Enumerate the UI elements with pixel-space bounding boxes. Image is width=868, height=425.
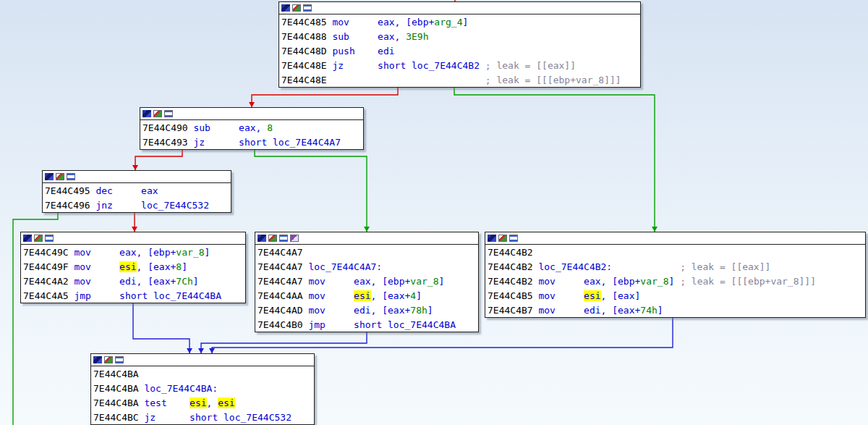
asm-token: 7E44C4BC — [93, 412, 144, 423]
asm-line[interactable]: 7E44C4BA test esi, esi — [91, 396, 314, 411]
asm-line[interactable]: 7E44C48E ; leak = [[[ebp+var_8]]] — [279, 73, 640, 88]
asm-token: 8 — [176, 261, 182, 272]
asm-token: jz — [193, 137, 239, 148]
asm-line[interactable]: 7E44C4BA — [91, 367, 314, 382]
asm-token: 7E44C4B2 — [488, 276, 538, 287]
asm-token: 7E44C4AA — [258, 290, 308, 301]
node-color-palette-icon[interactable] — [23, 235, 32, 242]
node-frame-color-icon[interactable] — [34, 235, 43, 242]
node-frame-color-icon[interactable] — [104, 356, 113, 363]
basic-block-7E44C490[interactable]: 7E44C490 sub eax, 87E44C493 jz short loc… — [140, 107, 364, 150]
node-color-palette-icon[interactable] — [488, 235, 496, 242]
basic-block-7E44C485[interactable]: 7E44C485 mov eax, [ebp+arg_4]7E44C488 su… — [278, 1, 641, 88]
node-color-palette-icon[interactable] — [93, 356, 102, 363]
asm-token: 7Ch — [176, 276, 192, 287]
node-color-palette-icon[interactable] — [258, 235, 266, 242]
node-group-icon[interactable] — [509, 235, 518, 242]
asm-token: mov — [74, 261, 119, 272]
highlighted-register-token: esi — [190, 397, 206, 408]
asm-token: 3E9h — [406, 31, 428, 42]
asm-line[interactable]: 7E44C490 sub eax, 8 — [140, 121, 363, 135]
node-frame-color-icon[interactable] — [268, 235, 277, 242]
node-group-icon[interactable] — [115, 356, 124, 363]
asm-token: 7E44C4B0 — [258, 319, 308, 330]
asm-token: 7E44C4B7 — [488, 305, 538, 316]
asm-token: , [eax+ — [137, 261, 176, 272]
basic-block-7E44C4A7[interactable]: 7E44C4A77E44C4A7 loc_7E44C4A7:7E44C4A7 m… — [255, 232, 479, 332]
node-frame-color-icon[interactable] — [56, 173, 64, 180]
node-frame-color-icon[interactable] — [292, 4, 301, 12]
asm-token — [327, 75, 485, 85]
asm-token: eax — [141, 185, 158, 196]
asm-token: 7E44C485 — [281, 17, 332, 28]
asm-token: 7E44C4A5 — [23, 290, 74, 301]
edge-false-7E44C485-to-7E44C490-arrowhead — [249, 102, 255, 107]
node-highlight-icon[interactable] — [290, 235, 299, 242]
asm-line[interactable]: 7E44C4B0 jmp short loc_7E44C4BA — [255, 318, 478, 332]
highlighted-register-token: esi — [119, 261, 136, 272]
basic-block-7E44C495[interactable]: 7E44C495 dec eax7E44C496 jnz loc_7E44C53… — [42, 170, 231, 213]
asm-line[interactable]: 7E44C4A5 jmp short loc_7E44C4BA — [21, 289, 245, 303]
asm-line[interactable]: 7E44C4A7 — [255, 245, 478, 260]
asm-token: ; leak = [[eax]] — [680, 261, 770, 272]
asm-token: ] — [416, 290, 422, 301]
node-group-icon[interactable] — [164, 110, 173, 117]
node-titlebar — [140, 108, 363, 120]
asm-token: jz — [144, 412, 190, 423]
graph-canvas[interactable]: 7E44C485 mov eax, [ebp+arg_4]7E44C488 su… — [0, 0, 868, 425]
asm-line[interactable]: 7E44C4AD mov edi, [eax+78h] — [255, 303, 478, 318]
highlighted-register-token: esi — [584, 290, 600, 301]
node-color-palette-icon[interactable] — [281, 4, 290, 12]
asm-line[interactable]: 7E44C4BC jz short loc_7E44C532 — [91, 411, 314, 425]
asm-token: edi — [378, 46, 394, 56]
node-group-icon[interactable] — [279, 235, 288, 242]
asm-token: ] — [463, 17, 469, 28]
node-color-palette-icon[interactable] — [142, 110, 151, 117]
asm-line[interactable]: 7E44C4A7 mov eax, [ebp+var_8] — [255, 274, 478, 289]
node-group-icon[interactable] — [303, 4, 312, 12]
asm-token: 7E44C4A7 — [258, 261, 308, 272]
edge-jmp-7E44C4A7-to-7E44C4BA-arrowhead — [198, 348, 204, 353]
asm-token: eax, [ebp+ — [354, 276, 410, 287]
asm-token: 7E44C4A7 — [258, 276, 308, 287]
asm-line[interactable]: 7E44C49F mov esi, [eax+8] — [21, 260, 245, 274]
asm-token: 7E44C48D — [281, 46, 332, 56]
node-frame-color-icon[interactable] — [498, 235, 507, 242]
asm-token: 8 — [267, 122, 273, 133]
asm-line[interactable]: 7E44C4B2 loc_7E44C4B2: ; leak = [[eax]] — [485, 260, 865, 274]
asm-line[interactable]: 7E44C496 jnz loc_7E44C532 — [43, 198, 231, 213]
node-group-icon[interactable] — [67, 173, 75, 180]
asm-line[interactable]: 7E44C4AA mov esi, [eax+4] — [255, 289, 478, 303]
asm-line[interactable]: 7E44C485 mov eax, [ebp+arg_4] — [279, 15, 640, 30]
asm-line[interactable]: 7E44C48D push edi — [279, 44, 640, 59]
asm-token: ] — [669, 276, 681, 287]
node-titlebar — [21, 232, 245, 245]
edge-false-7E44C485-to-7E44C490 — [252, 88, 398, 107]
asm-token: ] — [439, 276, 445, 287]
asm-token: edi, [eax+ — [119, 276, 176, 287]
basic-block-7E44C49C[interactable]: 7E44C49C mov eax, [ebp+var_8]7E44C49F mo… — [20, 232, 246, 303]
asm-line[interactable]: 7E44C4A2 mov edi, [eax+7Ch] — [21, 274, 245, 289]
basic-block-7E44C4B2[interactable]: 7E44C4B27E44C4B2 loc_7E44C4B2: ; leak = … — [485, 232, 866, 318]
asm-line[interactable]: 7E44C4B5 mov esi, [eax] — [485, 289, 865, 303]
node-frame-color-icon[interactable] — [153, 110, 162, 117]
asm-line[interactable]: 7E44C488 sub eax, 3E9h — [279, 30, 640, 44]
asm-line[interactable]: 7E44C49C mov eax, [ebp+var_8] — [21, 245, 245, 260]
asm-line[interactable]: 7E44C493 jz short loc_7E44C4A7 — [140, 135, 363, 150]
asm-token: , [eax+ — [371, 290, 411, 301]
node-body: 7E44C4B27E44C4B2 loc_7E44C4B2: ; leak = … — [485, 245, 865, 318]
edge-jmp-7E44C4A7-to-7E44C4BA — [201, 332, 367, 353]
asm-line[interactable]: 7E44C4B2 — [485, 245, 865, 260]
asm-token: ; leak = [[eax]] — [485, 60, 576, 71]
asm-line[interactable]: 7E44C4BA loc_7E44C4BA: — [91, 382, 314, 396]
asm-line[interactable]: 7E44C495 dec eax — [43, 184, 231, 198]
node-color-palette-icon[interactable] — [45, 173, 54, 180]
asm-line[interactable]: 7E44C4B2 mov eax, [ebp+var_8] ; leak = [… — [485, 274, 865, 289]
basic-block-7E44C4BA[interactable]: 7E44C4BA7E44C4BA loc_7E44C4BA:7E44C4BA t… — [90, 353, 315, 425]
node-group-icon[interactable] — [45, 235, 54, 242]
asm-line[interactable]: 7E44C4B7 mov edi, [eax+74h] — [485, 303, 865, 318]
asm-line[interactable]: 7E44C48E jz short loc_7E44C4B2 ; leak = … — [279, 59, 640, 73]
asm-line[interactable]: 7E44C4A7 loc_7E44C4A7: — [255, 260, 478, 274]
asm-token: 7E44C490 — [142, 122, 193, 133]
node-titlebar — [279, 2, 640, 14]
